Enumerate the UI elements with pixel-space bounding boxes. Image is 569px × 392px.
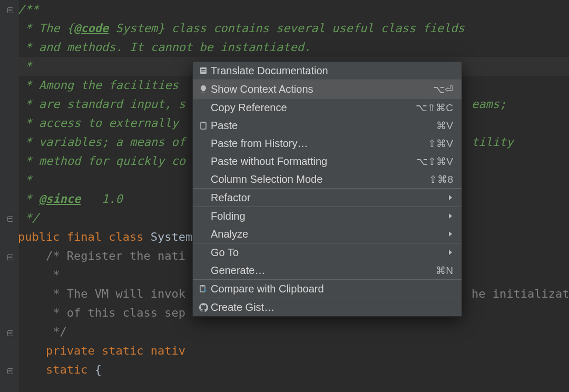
menu-label: Go To [211,247,448,259]
code-text: * [18,60,32,73]
menu-item-paste-history[interactable]: Paste from History… ⇧⌘V [193,134,462,152]
menu-label: Paste without Formatting [211,155,416,168]
fold-toggle-icon[interactable] [7,330,13,336]
menu-label: Paste [211,120,436,132]
clipboard-icon [196,121,211,130]
menu-item-goto[interactable]: Go To [193,243,462,261]
menu-shortcut: ⇧⌘V [428,138,453,150]
menu-item-folding[interactable]: Folding [193,207,462,225]
menu-label: Show Context Actions [211,83,433,95]
code-text: * Among the facilities [18,79,185,92]
menu-shortcut: ⌘V [436,120,453,132]
fold-toggle-icon[interactable] [7,7,13,13]
menu-shortcut: ⌥⏎ [433,83,453,95]
menu-shortcut: ⇧⌘8 [429,173,453,185]
menu-item-paste-no-format[interactable]: Paste without Formatting ⌥⇧⌘V [193,152,462,170]
code-text: { [95,363,102,376]
menu-label: Translate Documentation [211,65,453,77]
code-text: System} class contains several useful cl… [109,22,465,35]
menu-label: Analyze [211,228,448,240]
fold-toggle-icon[interactable] [7,215,13,222]
svg-rect-7 [201,285,203,287]
menu-label: Create Gist… [211,301,453,313]
menu-item-refactor[interactable]: Refactor [193,189,462,207]
document-icon [196,66,211,75]
fold-toggle-icon[interactable] [7,368,13,374]
menu-label: Folding [211,210,448,222]
svg-rect-2 [201,71,205,72]
code-text: * [18,173,32,187]
menu-item-copy-reference[interactable]: Copy Reference ⌥⇧⌘C [193,99,462,116]
code-keyword: public final class [18,230,151,243]
menu-label: Generate… [211,264,436,277]
menu-item-analyze[interactable]: Analyze [193,225,462,243]
menu-item-translate[interactable]: Translate Documentation [193,62,462,80]
svg-rect-3 [202,92,204,92]
submenu-arrow-icon [448,194,453,201]
menu-item-generate[interactable]: Generate… ⌘N [193,261,462,279]
code-text: eams; [472,97,506,111]
menu-label: Compare with Clipboard [211,283,453,295]
github-icon [196,303,211,312]
submenu-arrow-icon [448,249,453,256]
fold-toggle-icon[interactable] [7,254,13,260]
menu-item-compare-clipboard[interactable]: Compare with Clipboard [193,280,462,298]
code-text: * [18,192,39,205]
code-text: * The { [18,22,74,35]
code-text: he initializati [472,287,569,300]
code-text [18,344,46,357]
menu-item-show-context-actions[interactable]: Show Context Actions ⌥⏎ [193,80,462,98]
submenu-arrow-icon [448,213,453,219]
code-keyword: private static nativ [46,344,185,357]
code-text [18,363,46,376]
menu-shortcut: ⌥⇧⌘V [416,155,453,168]
svg-rect-5 [202,122,205,123]
code-text: * method for quickly co [18,154,185,168]
menu-label: Column Selection Mode [211,173,429,185]
code-text: * are standard input, s [18,97,185,111]
context-menu: Translate Documentation Show Context Act… [192,61,462,317]
code-text: 1.0 [81,192,122,205]
code-text: * and methods. It cannot be instantiated… [18,41,311,54]
code-keyword: static [46,363,95,376]
menu-shortcut: ⌥⇧⌘C [416,102,453,114]
menu-item-create-gist[interactable]: Create Gist… [193,298,462,316]
menu-label: Copy Reference [211,102,416,114]
code-text: /** [18,3,39,16]
lightbulb-icon [196,85,211,93]
menu-shortcut: ⌘N [436,264,453,277]
code-text: * of this class sep [18,306,185,319]
code-text: * The VM will invok [18,287,185,300]
code-text: */ [18,325,67,338]
code-text: */ [18,211,39,224]
submenu-arrow-icon [448,231,453,237]
svg-rect-1 [201,69,205,70]
compare-clipboard-icon [196,285,211,293]
menu-label: Refactor [211,192,448,204]
menu-item-column-selection[interactable]: Column Selection Mode ⇧⌘8 [193,170,462,188]
code-text: * variables; a means of [18,135,185,149]
code-text: /* Register the nati [18,249,185,262]
code-text: tility [472,135,513,149]
code-text: * access to externally [18,116,185,130]
code-text: * [18,268,60,281]
editor-gutter [0,0,18,392]
menu-item-paste[interactable]: Paste ⌘V [193,116,462,134]
javadoc-tag: @since [39,192,81,205]
menu-label: Paste from History… [211,138,428,150]
javadoc-tag: @code [74,22,109,35]
